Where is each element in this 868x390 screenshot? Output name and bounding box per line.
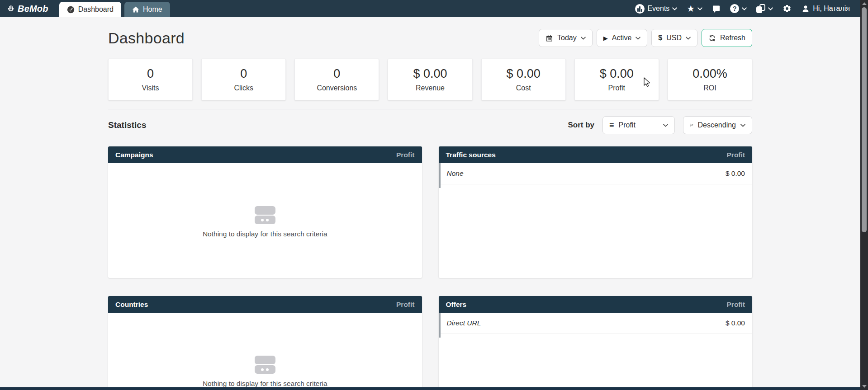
- sort-order-value: Descending: [698, 121, 736, 129]
- user-icon: [801, 4, 810, 13]
- favorites-menu[interactable]: ★: [687, 4, 702, 13]
- sort-order-select[interactable]: Descending: [683, 116, 752, 134]
- date-range-label: Today: [557, 34, 577, 42]
- stat-card-revenue[interactable]: $ 0.00 Revenue: [388, 59, 472, 100]
- refresh-label: Refresh: [720, 34, 745, 42]
- traffic-sources-panel-body: None $ 0.00: [439, 163, 753, 278]
- stat-card-profit[interactable]: $ 0.00 Profit: [574, 59, 659, 100]
- logo-icon: [6, 4, 15, 13]
- countries-panel-header[interactable]: Countries Profit: [108, 296, 422, 313]
- stat-value: 0: [333, 67, 340, 81]
- scroll-down-arrow[interactable]: [862, 385, 867, 388]
- stat-card-clicks[interactable]: 0 Clicks: [201, 59, 286, 100]
- panel-metric: Profit: [396, 301, 414, 309]
- chevron-down-icon: [636, 37, 640, 40]
- sort-by-label: Sort by: [568, 121, 594, 130]
- help-icon: ?: [730, 4, 739, 13]
- campaigns-panel-header[interactable]: Campaigns Profit: [108, 146, 422, 163]
- dashboard-icon: [67, 6, 75, 14]
- chat-icon: [712, 5, 721, 13]
- tab-dashboard[interactable]: Dashboard: [59, 2, 121, 17]
- tab-home[interactable]: Home: [124, 2, 170, 17]
- bottom-edge-strip: [0, 387, 860, 390]
- statistics-header: Statistics Sort by ≡ Profit Descending: [108, 116, 752, 134]
- help-menu[interactable]: ?: [730, 4, 747, 13]
- statistics-panels: Campaigns Profit Nothing to display for …: [108, 146, 752, 390]
- panel-title: Campaigns: [115, 151, 153, 159]
- currency-label: USD: [666, 34, 682, 42]
- traffic-sources-panel-header[interactable]: Traffic sources Profit: [439, 146, 753, 163]
- row-value: $ 0.00: [726, 319, 745, 327]
- stat-card-conversions[interactable]: 0 Conversions: [294, 59, 379, 100]
- stat-value: $ 0.00: [507, 67, 541, 81]
- status-filter-button[interactable]: ▶ Active: [597, 29, 648, 47]
- tab-dashboard-label: Dashboard: [78, 5, 114, 14]
- stat-value: 0: [147, 67, 154, 81]
- chevron-down-icon: [740, 124, 745, 127]
- row-value: $ 0.00: [726, 169, 745, 178]
- calendar-icon: [545, 34, 553, 42]
- settings-button[interactable]: [783, 4, 792, 13]
- status-filter-label: Active: [612, 34, 632, 42]
- stat-label: Cost: [516, 84, 531, 92]
- events-menu[interactable]: Events: [635, 4, 677, 14]
- logo-text: BeMob: [18, 4, 48, 14]
- tab-home-label: Home: [143, 5, 162, 14]
- favorites-icon: ★: [687, 4, 695, 13]
- chevron-down-icon: [742, 7, 747, 10]
- row-name: None: [447, 169, 464, 178]
- section-divider: [108, 109, 752, 109]
- table-row[interactable]: Direct URL $ 0.00: [439, 313, 753, 334]
- stat-label: Profit: [608, 84, 625, 92]
- date-range-button[interactable]: Today: [539, 29, 593, 47]
- stat-label: Visits: [142, 84, 159, 92]
- stat-value: $ 0.00: [413, 67, 447, 81]
- sort-field-value: Profit: [619, 121, 636, 129]
- panel-metric: Profit: [727, 301, 745, 309]
- campaigns-panel-body: Nothing to display for this search crite…: [108, 163, 422, 278]
- tab-bar: Dashboard Home: [59, 0, 170, 17]
- offers-panel-header[interactable]: Offers Profit: [439, 296, 753, 313]
- scrollbar-thumb[interactable]: [862, 7, 867, 232]
- empty-state-icon: [255, 206, 275, 224]
- chevron-down-icon: [686, 37, 691, 40]
- sort-field-select[interactable]: ≡ Profit: [602, 116, 675, 134]
- resources-menu[interactable]: [756, 4, 773, 13]
- panel-metric: Profit: [396, 151, 414, 159]
- currency-icon: $: [658, 34, 662, 42]
- empty-state-icon: [255, 356, 275, 374]
- refresh-button[interactable]: Refresh: [702, 29, 752, 47]
- countries-panel: Countries Profit Nothing to display for …: [108, 296, 422, 390]
- chevron-down-icon: [697, 7, 702, 10]
- statistics-title: Statistics: [108, 120, 146, 130]
- stat-card-roi[interactable]: 0.00% ROI: [668, 59, 752, 100]
- gear-icon: [783, 4, 792, 13]
- user-menu[interactable]: Hi, Наталія: [801, 4, 850, 13]
- table-row[interactable]: None $ 0.00: [439, 163, 753, 184]
- stat-label: ROI: [703, 84, 716, 92]
- scroll-up-arrow[interactable]: [862, 2, 867, 5]
- campaigns-panel: Campaigns Profit Nothing to display for …: [108, 146, 422, 278]
- feedback-button[interactable]: [712, 5, 721, 13]
- vertical-scrollbar[interactable]: [860, 0, 868, 390]
- panel-title: Countries: [115, 301, 148, 309]
- topbar: BeMob Dashboard Home Events ★: [0, 0, 868, 17]
- events-icon: [635, 4, 645, 14]
- chevron-down-icon: [768, 7, 773, 10]
- stat-card-visits[interactable]: 0 Visits: [108, 59, 193, 100]
- panel-metric: Profit: [727, 151, 745, 159]
- stats-cards: 0 Visits 0 Clicks 0 Conversions $ 0.00 R…: [108, 59, 752, 100]
- currency-button[interactable]: $ USD: [651, 29, 697, 47]
- chevron-down-icon: [581, 37, 586, 40]
- stat-value: 0: [240, 67, 247, 81]
- offers-panel: Offers Profit Direct URL $ 0.00: [439, 296, 753, 390]
- stat-label: Conversions: [317, 84, 357, 92]
- stat-value: 0.00%: [693, 67, 727, 81]
- home-icon: [132, 6, 139, 13]
- dashboard-page: Dashboard Today ▶ Active $ USD: [0, 28, 868, 390]
- bemob-logo[interactable]: BeMob: [6, 0, 48, 17]
- traffic-sources-panel: Traffic sources Profit None $ 0.00: [439, 146, 753, 278]
- offers-panel-body: Direct URL $ 0.00: [439, 313, 753, 390]
- page-header: Dashboard Today ▶ Active $ USD: [108, 28, 752, 48]
- stat-card-cost[interactable]: $ 0.00 Cost: [481, 59, 566, 100]
